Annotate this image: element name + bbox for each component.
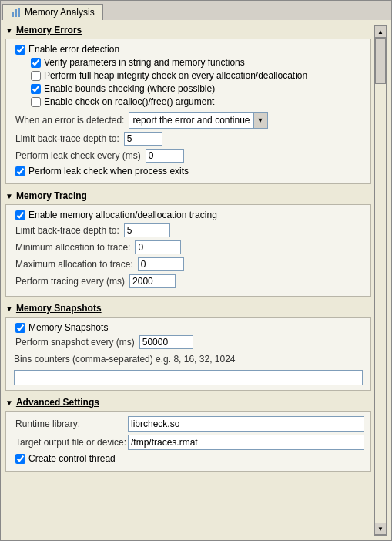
tab-bar: Memory Analysis <box>1 1 391 20</box>
scroll-track[interactable] <box>375 38 386 523</box>
main-window: Memory Analysis ▼ Memory Errors Enable e… <box>0 0 392 541</box>
create-control-label: Create control thread <box>28 453 116 464</box>
full-heap-checkbox[interactable] <box>31 71 41 81</box>
collapse-arrow-snapshots: ▼ <box>5 304 13 313</box>
svg-rect-0 <box>12 12 14 17</box>
max-alloc-input[interactable] <box>138 257 184 271</box>
leak-check-exit-checkbox[interactable] <box>15 166 25 176</box>
error-detected-row: When an error is detected: report the er… <box>12 112 364 129</box>
realloc-check-row: Enable check on realloc()/free() argumen… <box>12 96 364 107</box>
memory-tracing-section: ▼ Memory Tracing Enable memory allocatio… <box>5 190 371 297</box>
realloc-check-label: Enable check on realloc()/free() argumen… <box>44 96 214 107</box>
collapse-arrow-tracing: ▼ <box>5 192 13 200</box>
min-alloc-input[interactable] <box>135 240 181 254</box>
full-heap-label: Perform full heap integrity check on eve… <box>44 70 307 81</box>
memory-errors-section: ▼ Memory Errors Enable error detection V… <box>5 25 371 184</box>
leak-check-exit-label: Perform leak check when process exits <box>28 166 189 176</box>
create-control-checkbox[interactable] <box>15 454 25 464</box>
bounds-checking-checkbox[interactable] <box>31 84 41 94</box>
leak-check-input[interactable] <box>146 149 184 163</box>
chart-icon <box>11 7 22 18</box>
create-control-row: Create control thread <box>12 453 364 464</box>
min-alloc-label: Minimum allocation to trace: <box>15 242 130 253</box>
snapshot-every-input[interactable] <box>139 335 193 349</box>
error-detected-value: report the error and continue <box>129 114 253 126</box>
leak-check-exit-row: Perform leak check when process exits <box>12 166 364 176</box>
realloc-check-checkbox[interactable] <box>31 97 41 107</box>
enable-tracing-checkbox[interactable] <box>15 210 25 220</box>
bins-input[interactable] <box>14 370 363 385</box>
runtime-library-row: Runtime library: <box>12 416 364 432</box>
tracing-backtrace-label: Limit back-trace depth to: <box>15 225 119 236</box>
scroll-down-btn[interactable]: ▼ <box>374 523 387 535</box>
backtrace-label: Limit back-trace depth to: <box>15 133 119 144</box>
svg-rect-1 <box>15 9 17 17</box>
target-output-input[interactable] <box>128 435 364 450</box>
memory-snapshots-title: Memory Snapshots <box>16 303 102 314</box>
leak-check-row: Perform leak check every (ms) <box>12 149 364 163</box>
bounds-checking-row: Enable bounds checking (where possible) <box>12 83 364 94</box>
scroll-up-btn[interactable]: ▲ <box>374 25 387 38</box>
memory-errors-content: Enable error detection Verify parameters… <box>5 39 371 184</box>
full-heap-row: Perform full heap integrity check on eve… <box>12 70 364 81</box>
runtime-library-label: Runtime library: <box>15 418 123 429</box>
snapshot-every-row: Perform snapshot every (ms) <box>12 335 364 349</box>
main-panel: ▼ Memory Errors Enable error detection V… <box>5 25 371 536</box>
max-alloc-label: Maximum allocation to trace: <box>15 259 133 270</box>
enable-error-detection-row: Enable error detection <box>12 44 364 55</box>
tracing-backtrace-input[interactable] <box>124 223 170 237</box>
snapshots-enable-checkbox[interactable] <box>15 323 25 333</box>
collapse-arrow: ▼ <box>5 26 13 35</box>
memory-snapshots-header[interactable]: ▼ Memory Snapshots <box>5 303 371 314</box>
advanced-settings-title: Advanced Settings <box>16 397 99 408</box>
max-alloc-row: Maximum allocation to trace: <box>12 257 364 271</box>
tracing-every-row: Perform tracing every (ms) <box>12 274 364 288</box>
bins-label: Bins counters (comma-separated) e.g. 8, … <box>14 354 363 365</box>
tracing-every-input[interactable] <box>129 274 176 288</box>
bins-section: Bins counters (comma-separated) e.g. 8, … <box>12 354 364 385</box>
target-output-label: Target output file or device: <box>15 437 123 448</box>
target-output-row: Target output file or device: <box>12 435 364 450</box>
memory-errors-header[interactable]: ▼ Memory Errors <box>5 25 371 35</box>
memory-errors-title: Memory Errors <box>16 25 82 35</box>
enable-tracing-label: Enable memory allocation/deallocation tr… <box>28 210 217 220</box>
runtime-library-input[interactable] <box>128 416 364 432</box>
memory-snapshots-section: ▼ Memory Snapshots Memory Snapshots Perf… <box>5 303 371 391</box>
tracing-every-label: Perform tracing every (ms) <box>15 276 125 287</box>
snapshot-every-label: Perform snapshot every (ms) <box>15 337 135 348</box>
advanced-settings-header[interactable]: ▼ Advanced Settings <box>5 397 371 408</box>
advanced-settings-section: ▼ Advanced Settings Runtime library: Tar… <box>5 397 371 472</box>
verify-params-label: Verify parameters in string and memory f… <box>44 57 245 68</box>
error-detected-dropdown[interactable]: report the error and continue ▼ <box>129 112 267 129</box>
bounds-checking-label: Enable bounds checking (where possible) <box>44 83 215 94</box>
svg-rect-2 <box>18 8 20 17</box>
enable-tracing-row: Enable memory allocation/deallocation tr… <box>12 210 364 220</box>
dropdown-arrow-btn[interactable]: ▼ <box>253 113 267 128</box>
error-detected-label: When an error is detected: <box>15 115 124 126</box>
verify-params-row: Verify parameters in string and memory f… <box>12 57 364 68</box>
tab-memory-analysis[interactable]: Memory Analysis <box>2 4 103 20</box>
memory-tracing-header[interactable]: ▼ Memory Tracing <box>5 190 371 201</box>
enable-error-detection-label: Enable error detection <box>28 44 119 55</box>
leak-check-label: Perform leak check every (ms) <box>15 150 141 161</box>
backtrace-input[interactable] <box>124 132 162 146</box>
memory-tracing-title: Memory Tracing <box>16 190 87 201</box>
memory-tracing-content: Enable memory allocation/deallocation tr… <box>5 204 371 297</box>
snapshots-enable-row: Memory Snapshots <box>12 322 364 333</box>
snapshots-enable-label: Memory Snapshots <box>28 322 108 333</box>
scroll-thumb[interactable] <box>375 38 386 84</box>
backtrace-row: Limit back-trace depth to: <box>12 132 364 146</box>
tracing-backtrace-row: Limit back-trace depth to: <box>12 223 364 237</box>
verify-params-checkbox[interactable] <box>31 58 41 68</box>
collapse-arrow-advanced: ▼ <box>5 398 13 407</box>
tab-label: Memory Analysis <box>25 7 95 18</box>
memory-snapshots-content: Memory Snapshots Perform snapshot every … <box>5 317 371 391</box>
scrollbar[interactable]: ▲ ▼ <box>374 25 387 536</box>
min-alloc-row: Minimum allocation to trace: <box>12 240 364 254</box>
content-area: ▼ Memory Errors Enable error detection V… <box>1 20 391 540</box>
enable-error-detection-checkbox[interactable] <box>15 45 25 55</box>
advanced-settings-content: Runtime library: Target output file or d… <box>5 411 371 472</box>
